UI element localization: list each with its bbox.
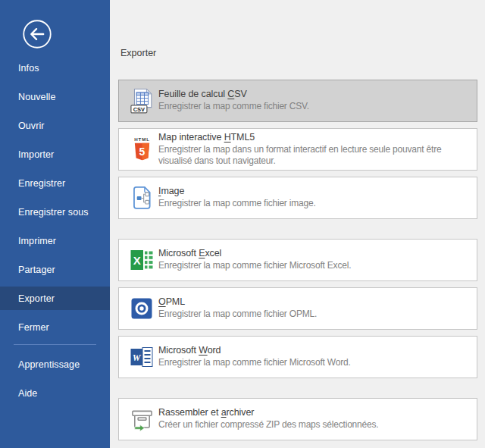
sidebar-item-exporter[interactable]: Exporter	[0, 287, 110, 310]
sidebar-item-ouvrir[interactable]: Ouvrir	[0, 114, 110, 137]
svg-text:CSV: CSV	[133, 106, 144, 113]
export-options-list: CSV Feuille de calcul CSV Enregistrer la…	[118, 80, 477, 440]
sidebar-item-label: Imprimer	[18, 236, 56, 246]
sidebar-item-partager[interactable]: Partager	[0, 258, 110, 281]
sidebar-item-apprentissage[interactable]: Apprentissage	[0, 352, 110, 376]
svg-text:5: 5	[139, 146, 145, 158]
sidebar-item-enregistrer-sous[interactable]: Enregistrer sous	[0, 200, 110, 224]
export-option-description: Enregistrer la map comme fichier Microso…	[158, 357, 351, 369]
opml-target-icon	[130, 293, 154, 324]
export-option-description: Enregistrer la map comme fichier OPML.	[158, 309, 317, 321]
sidebar-item-label: Enregistrer sous	[18, 207, 89, 218]
export-option-title: Image	[158, 186, 316, 196]
export-option-description: Enregistrer la map comme fichier image.	[158, 198, 316, 210]
export-option-description: Enregistrer la map comme fichier Microso…	[158, 260, 351, 272]
back-button[interactable]	[22, 19, 52, 49]
export-option-csv[interactable]: CSV Feuille de calcul CSV Enregistrer la…	[118, 80, 477, 122]
microsoft-excel-icon: X	[130, 245, 154, 275]
sidebar-item-label: Nouvelle	[18, 92, 55, 102]
sidebar-item-label: Enregistrer	[18, 178, 65, 189]
export-option-description: Créer un fichier compressé ZIP des maps …	[158, 419, 378, 431]
sidebar-item-label: Aide	[18, 388, 37, 399]
svg-text:X: X	[133, 254, 141, 267]
sidebar-item-aide[interactable]: Aide	[0, 381, 110, 405]
microsoft-word-icon: W	[130, 342, 154, 372]
sidebar-nav: Infos Nouvelle Ouvrir Importer Enregistr…	[0, 56, 110, 405]
export-option-title: OPML	[158, 296, 317, 307]
sidebar-item-fermer[interactable]: Fermer	[0, 315, 110, 339]
export-panel: Exporter CSV Feuille de calcul CSV Enreg…	[110, 0, 485, 448]
sidebar-item-label: Partager	[18, 265, 55, 275]
page-title: Exporter	[120, 48, 477, 59]
svg-text:W: W	[133, 352, 142, 363]
export-option-title: Feuille de calcul CSV	[158, 89, 309, 99]
sidebar-item-label: Infos	[18, 63, 39, 74]
export-option-title: Microsoft Word	[158, 345, 351, 356]
export-option-title: Microsoft Excel	[158, 248, 351, 258]
export-option-html5[interactable]: HTML 5 Map interactive HTML5 Enregistrer…	[118, 128, 477, 171]
svg-text:HTML: HTML	[134, 136, 150, 142]
pack-and-go-archive-icon	[130, 404, 154, 434]
csv-spreadsheet-icon: CSV	[130, 86, 154, 116]
export-option-title: Rassembler et archiver	[158, 407, 378, 418]
sidebar-item-label: Apprentissage	[18, 359, 80, 370]
image-map-document-icon	[130, 183, 154, 213]
sidebar-item-importer[interactable]: Importer	[0, 143, 110, 166]
sidebar-item-nouvelle[interactable]: Nouvelle	[0, 85, 110, 108]
html5-icon: HTML 5	[130, 134, 154, 164]
export-option-excel[interactable]: X Microsoft Excel Enregistrer la map com…	[118, 239, 477, 281]
export-option-archive[interactable]: Rassembler et archiver Créer un fichier …	[118, 398, 477, 440]
export-option-description: Enregistrer la map dans un format intera…	[158, 144, 471, 168]
export-option-opml[interactable]: OPML Enregistrer la map comme fichier OP…	[118, 287, 477, 330]
export-option-word[interactable]: W Microsoft Word Enregistrer la map comm…	[118, 336, 477, 378]
sidebar-item-label: Importer	[18, 149, 54, 160]
back-arrow-icon	[22, 19, 52, 49]
sidebar-item-label: Fermer	[18, 322, 49, 333]
export-option-title: Map interactive HTML5	[158, 132, 471, 143]
export-option-description: Enregistrer la map comme fichier CSV.	[158, 101, 309, 113]
sidebar-item-label: Ouvrir	[18, 121, 45, 131]
sidebar-divider	[14, 344, 96, 345]
sidebar-item-imprimer[interactable]: Imprimer	[0, 229, 110, 252]
sidebar: Infos Nouvelle Ouvrir Importer Enregistr…	[0, 0, 110, 448]
sidebar-item-enregistrer[interactable]: Enregistrer	[0, 171, 110, 195]
sidebar-item-infos[interactable]: Infos	[0, 56, 110, 80]
sidebar-item-label: Exporter	[18, 293, 55, 304]
export-option-image[interactable]: Image Enregistrer la map comme fichier i…	[118, 177, 477, 219]
